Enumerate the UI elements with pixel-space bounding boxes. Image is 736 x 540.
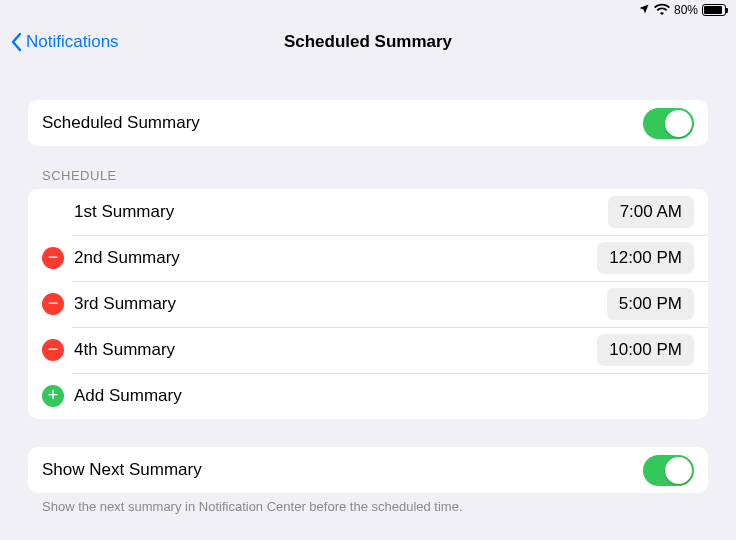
minus-icon: − xyxy=(48,248,59,266)
summary-label: 2nd Summary xyxy=(74,248,597,268)
summary-label: 4th Summary xyxy=(74,340,597,360)
delete-summary-button[interactable]: − xyxy=(42,293,64,315)
scheduled-summary-label: Scheduled Summary xyxy=(42,113,643,133)
wifi-icon xyxy=(654,3,670,18)
add-summary-row[interactable]: + Add Summary xyxy=(28,373,708,419)
summary-label: 3rd Summary xyxy=(74,294,607,314)
nav-bar: Notifications Scheduled Summary xyxy=(0,20,736,64)
summary-row-4: − 4th Summary 10:00 PM xyxy=(28,327,708,373)
add-summary-button[interactable]: + xyxy=(42,385,64,407)
show-next-label: Show Next Summary xyxy=(42,460,643,480)
location-icon xyxy=(638,3,650,18)
back-button[interactable]: Notifications xyxy=(0,32,119,52)
battery-icon xyxy=(702,4,726,16)
plus-icon: + xyxy=(48,386,59,404)
minus-icon: − xyxy=(48,340,59,358)
show-next-footer: Show the next summary in Notification Ce… xyxy=(28,493,708,514)
delete-summary-button[interactable]: − xyxy=(42,247,64,269)
show-next-toggle[interactable] xyxy=(643,455,694,486)
scheduled-summary-row: Scheduled Summary xyxy=(28,100,708,146)
delete-summary-button[interactable]: − xyxy=(42,339,64,361)
summary-row-3: − 3rd Summary 5:00 PM xyxy=(28,281,708,327)
chevron-left-icon xyxy=(10,32,22,52)
summary-time[interactable]: 5:00 PM xyxy=(607,288,694,320)
schedule-header: SCHEDULE xyxy=(28,146,708,189)
scheduled-summary-toggle-group: Scheduled Summary xyxy=(28,100,708,146)
summary-time[interactable]: 12:00 PM xyxy=(597,242,694,274)
minus-icon: − xyxy=(48,294,59,312)
battery-percent: 80% xyxy=(674,3,698,17)
summary-row-1: 1st Summary 7:00 AM xyxy=(28,189,708,235)
add-summary-label: Add Summary xyxy=(74,386,694,406)
summary-time[interactable]: 10:00 PM xyxy=(597,334,694,366)
show-next-row: Show Next Summary xyxy=(28,447,708,493)
scheduled-summary-toggle[interactable] xyxy=(643,108,694,139)
status-bar: 80% xyxy=(0,0,736,20)
summary-row-2: − 2nd Summary 12:00 PM xyxy=(28,235,708,281)
summary-label: 1st Summary xyxy=(74,202,608,222)
back-label: Notifications xyxy=(26,32,119,52)
summary-time[interactable]: 7:00 AM xyxy=(608,196,694,228)
show-next-group: Show Next Summary xyxy=(28,447,708,493)
schedule-group: 1st Summary 7:00 AM − 2nd Summary 12:00 … xyxy=(28,189,708,419)
